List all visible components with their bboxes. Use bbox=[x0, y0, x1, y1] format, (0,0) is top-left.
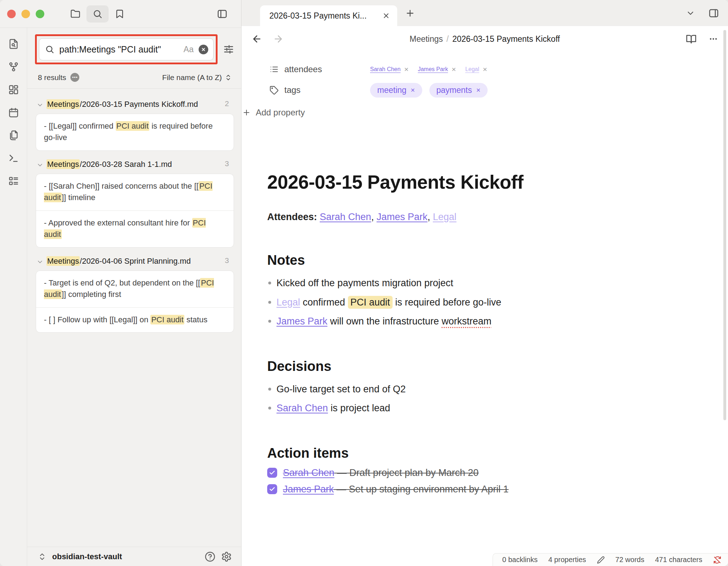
expand-right-sidebar-icon[interactable] bbox=[708, 8, 719, 19]
text-run: , bbox=[428, 212, 433, 222]
vault-name[interactable]: obsidian-test-vault bbox=[52, 552, 122, 561]
scrollbar[interactable] bbox=[723, 30, 726, 420]
breadcrumb-folder[interactable]: Meetings bbox=[409, 34, 443, 44]
search-input[interactable]: path:Meetings "PCI audit" Aa bbox=[39, 38, 214, 60]
text-run: ]] timeline bbox=[62, 193, 95, 202]
minimize-window-button[interactable] bbox=[21, 10, 30, 18]
terminal-icon[interactable] bbox=[8, 153, 19, 164]
settings-gear-icon[interactable] bbox=[221, 551, 232, 562]
tag-pill[interactable]: payments× bbox=[429, 83, 488, 98]
sort-order-button[interactable]: File name (A to Z) bbox=[162, 73, 232, 82]
search-query-text[interactable]: path:Meetings "PCI audit" bbox=[59, 44, 179, 55]
file-search-icon[interactable] bbox=[8, 39, 19, 49]
properties-count[interactable]: 4 properties bbox=[548, 556, 586, 564]
search-highlight: Meetings bbox=[46, 159, 80, 169]
tag-pill[interactable]: meeting× bbox=[370, 83, 422, 98]
breadcrumb-file[interactable]: 2026-03-15 Payments Kickoff bbox=[452, 34, 560, 44]
search-match[interactable]: - [ ] Follow up with [[Legal]] on PCI au… bbox=[36, 307, 234, 333]
clear-search-icon[interactable] bbox=[199, 45, 208, 54]
remove-tag-icon[interactable]: × bbox=[476, 86, 480, 94]
internal-link[interactable]: Legal bbox=[276, 297, 300, 308]
search-highlight: Meetings bbox=[46, 99, 80, 109]
tab-list-chevron-icon[interactable] bbox=[686, 9, 695, 18]
section-heading: Action items bbox=[267, 446, 685, 461]
navigate-back-icon[interactable] bbox=[251, 34, 262, 44]
collapse-chevron-icon[interactable] bbox=[36, 101, 44, 109]
search-highlight: PCI audit bbox=[348, 296, 393, 309]
close-window-button[interactable] bbox=[7, 10, 16, 18]
sync-off-icon[interactable] bbox=[713, 556, 722, 564]
graph-icon[interactable] bbox=[8, 61, 19, 72]
property-value-link[interactable]: James Park bbox=[418, 66, 448, 73]
search-match[interactable]: - Approved the external consultant hire … bbox=[36, 210, 234, 247]
remove-value-icon[interactable]: × bbox=[483, 65, 487, 74]
folder-icon[interactable] bbox=[64, 5, 86, 23]
results-count: 8 results ••• bbox=[38, 73, 79, 82]
files-icon[interactable] bbox=[8, 130, 19, 141]
misspelled-word: workstream bbox=[442, 316, 492, 327]
property-key[interactable]: tags bbox=[269, 85, 370, 95]
collapse-chevron-icon[interactable] bbox=[36, 162, 44, 169]
internal-link[interactable]: James Park bbox=[283, 484, 334, 495]
search-match[interactable]: - Target is end of Q2, but dependent on … bbox=[36, 271, 234, 307]
results-count-label: 8 results bbox=[38, 73, 66, 82]
search-match[interactable]: - [[Legal]] confirmed PCI audit is requi… bbox=[36, 114, 234, 150]
text-run: status bbox=[184, 315, 208, 324]
search-result-file[interactable]: Meetings/2026-04-06 Sprint Planning.md3 bbox=[36, 255, 234, 269]
layout-dashboard-icon[interactable] bbox=[8, 84, 19, 95]
search-pane: path:Meetings "PCI audit" Aa 8 results bbox=[27, 28, 241, 566]
bullet-item: James Park will own the infrastructure w… bbox=[267, 314, 685, 329]
text-run: is project lead bbox=[328, 403, 390, 413]
add-property-label: Add property bbox=[256, 108, 305, 118]
vault-switcher-icon[interactable] bbox=[38, 552, 46, 561]
file-name: Meetings/2026-04-06 Sprint Planning.md bbox=[46, 256, 222, 266]
collapse-chevron-icon[interactable] bbox=[36, 258, 44, 265]
zoom-window-button[interactable] bbox=[36, 10, 44, 18]
search-result-group: Meetings/2026-04-06 Sprint Planning.md3-… bbox=[36, 255, 234, 333]
navigate-forward-icon[interactable] bbox=[273, 34, 284, 44]
search-result-file[interactable]: Meetings/2026-03-15 Payments Kickoff.md2 bbox=[36, 98, 234, 112]
bullet-list: Go-live target set to end of Q2Sarah Che… bbox=[267, 382, 685, 416]
close-tab-icon[interactable] bbox=[381, 10, 392, 21]
internal-link[interactable]: Sarah Chen bbox=[276, 403, 328, 413]
edit-mode-pencil-icon[interactable] bbox=[597, 556, 605, 564]
character-count[interactable]: 471 characters bbox=[655, 556, 702, 564]
add-property-button[interactable]: Add property bbox=[241, 100, 728, 118]
collapse-left-sidebar-icon[interactable] bbox=[211, 5, 233, 23]
reading-mode-icon[interactable] bbox=[686, 34, 697, 44]
bullet-item: Sarah Chen is project lead bbox=[267, 401, 685, 416]
internal-link[interactable]: James Park bbox=[377, 212, 428, 222]
internal-link[interactable]: James Park bbox=[276, 316, 328, 327]
list-details-icon[interactable] bbox=[8, 176, 19, 187]
property-key[interactable]: attendees bbox=[269, 64, 370, 74]
search-highlight: PCI audit bbox=[150, 315, 184, 324]
remove-value-icon[interactable]: × bbox=[452, 65, 456, 74]
internal-link[interactable]: Sarah Chen bbox=[320, 212, 371, 222]
internal-link[interactable]: Legal bbox=[433, 212, 457, 222]
task-checkbox-checked[interactable] bbox=[267, 468, 277, 478]
calendar-icon[interactable] bbox=[8, 107, 19, 118]
tab-active[interactable]: 2026-03-15 Payments Ki... bbox=[260, 5, 397, 26]
new-tab-icon[interactable] bbox=[405, 8, 415, 18]
word-count[interactable]: 72 words bbox=[615, 556, 644, 564]
internal-link[interactable]: Sarah Chen bbox=[283, 467, 334, 478]
search-icon[interactable] bbox=[86, 5, 109, 23]
search-match[interactable]: - [[Sarah Chen]] raised concerns about t… bbox=[36, 174, 234, 210]
results-more-icon[interactable]: ••• bbox=[70, 73, 79, 82]
search-settings-icon[interactable] bbox=[223, 44, 234, 55]
match-case-toggle[interactable]: Aa bbox=[184, 45, 194, 54]
property-value-link[interactable]: Legal bbox=[465, 66, 479, 73]
search-result-file[interactable]: Meetings/2026-03-28 Sarah 1-1.md3 bbox=[36, 158, 234, 172]
remove-value-icon[interactable]: × bbox=[404, 65, 408, 74]
match-count: 2 bbox=[225, 99, 232, 108]
task-checkbox-checked[interactable] bbox=[267, 484, 277, 494]
bookmark-icon[interactable] bbox=[109, 5, 131, 23]
property-value-link[interactable]: Sarah Chen bbox=[370, 66, 400, 73]
help-icon[interactable] bbox=[205, 551, 215, 562]
tab-bar: 2026-03-15 Payments Ki... bbox=[241, 0, 728, 26]
file-name: Meetings/2026-03-15 Payments Kickoff.md bbox=[46, 99, 222, 109]
search-results-list: Meetings/2026-03-15 Payments Kickoff.md2… bbox=[27, 89, 241, 547]
more-options-icon[interactable] bbox=[709, 34, 718, 44]
remove-tag-icon[interactable]: × bbox=[411, 86, 415, 94]
backlinks-count[interactable]: 0 backlinks bbox=[502, 556, 538, 564]
